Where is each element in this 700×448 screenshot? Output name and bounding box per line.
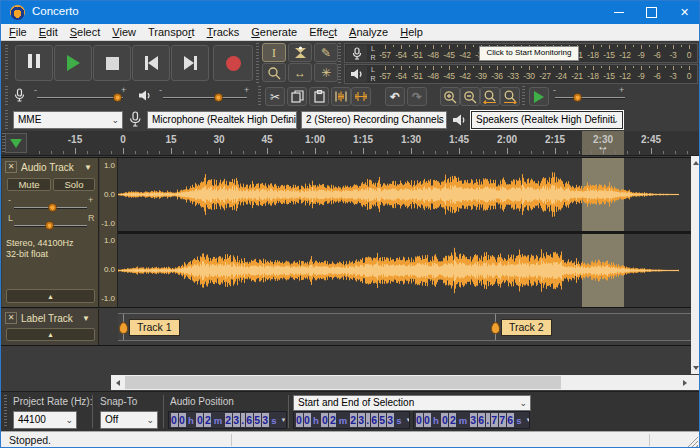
label-marker-icon[interactable] [119, 322, 128, 334]
time-digit[interactable]: 3 [470, 413, 477, 427]
selection-start-field[interactable]: 00h02m23.653s▼ [293, 411, 410, 429]
menu-transport[interactable]: Transport [142, 24, 201, 40]
transport-toolbar-grip[interactable] [5, 45, 8, 81]
gain-handle[interactable] [48, 203, 57, 212]
time-digit[interactable]: 0 [321, 413, 328, 427]
recording-volume-slider[interactable] [37, 97, 123, 98]
recording-device-select[interactable]: Microphone (Realtek High Defini⌄ [147, 111, 297, 129]
time-digit[interactable]: 2 [350, 413, 357, 427]
playback-volume-slider[interactable] [163, 97, 247, 98]
waveform-channel-left[interactable] [118, 158, 691, 231]
recording-channels-select[interactable]: 2 (Stereo) Recording Channels⌄ [301, 111, 447, 129]
stop-button[interactable] [93, 45, 131, 81]
time-digit[interactable]: . [241, 413, 245, 427]
audio-track-menu-caret-icon[interactable]: ▼ [84, 163, 92, 172]
playback-device-select[interactable]: Speakers (Realtek High Definiti⌄ [471, 111, 623, 129]
menu-generate[interactable]: Generate [245, 24, 303, 40]
redo-button[interactable]: ↷ [407, 87, 427, 106]
time-digit[interactable]: 3 [387, 413, 394, 427]
time-digit[interactable]: 0 [296, 413, 303, 427]
recording-volume-handle[interactable] [113, 93, 122, 102]
time-digit[interactable]: 2 [225, 413, 232, 427]
time-digit[interactable]: 5 [379, 413, 386, 427]
field-dropdown-icon[interactable]: ▼ [526, 417, 530, 423]
time-digit[interactable]: 2 [329, 413, 336, 427]
undo-button[interactable]: ↶ [385, 87, 405, 106]
skip-to-start-button[interactable] [132, 45, 170, 81]
pan-handle[interactable] [45, 221, 54, 230]
audio-track-title[interactable]: Audio Track [21, 162, 74, 173]
label-band[interactable]: Track 1Track 2 [118, 313, 691, 341]
pause-button[interactable] [15, 45, 53, 81]
time-digit[interactable]: 0 [171, 413, 178, 427]
play-button[interactable] [54, 45, 92, 81]
copy-button[interactable] [287, 87, 307, 106]
mute-button[interactable]: Mute [7, 178, 51, 191]
time-digit[interactable]: 7 [491, 413, 498, 427]
audio-position-field[interactable]: 00h02m23.653s▼ [168, 411, 287, 429]
play-at-speed-grip[interactable] [522, 86, 525, 106]
label-track-area[interactable]: Track 1Track 2 [118, 309, 691, 345]
resize-grip[interactable] [687, 436, 698, 447]
label-track-title[interactable]: Label Track [21, 313, 73, 324]
project-rate-select[interactable]: 44100⌄ [13, 411, 77, 429]
playback-meter[interactable]: LR -57-54-51-48-45-42-39-36-33-30-27-24-… [344, 64, 698, 84]
cut-button[interactable]: ✂ [265, 87, 285, 106]
multi-tool-button[interactable]: ✳ [314, 63, 338, 82]
time-digit[interactable]: 3 [358, 413, 365, 427]
time-digit[interactable]: 0 [196, 413, 203, 427]
time-digit[interactable]: 3 [233, 413, 240, 427]
trim-audio-button[interactable] [331, 87, 351, 106]
maximize-button[interactable] [635, 1, 668, 24]
scroll-left-button[interactable] [111, 375, 124, 390]
zoom-tool-button[interactable] [262, 63, 286, 82]
skip-to-end-button[interactable] [171, 45, 209, 81]
selection-toolbar-grip[interactable] [4, 395, 7, 428]
label-track-menu-caret-icon[interactable]: ▼ [82, 314, 90, 323]
solo-button[interactable]: Solo [53, 178, 95, 191]
time-digit[interactable]: 0 [304, 413, 311, 427]
time-digit[interactable]: 0 [416, 413, 423, 427]
playback-meter-speaker-button[interactable] [346, 66, 367, 82]
zoom-out-button[interactable] [460, 87, 480, 106]
menu-view[interactable]: View [106, 24, 142, 40]
time-shift-tool-button[interactable]: ↔ [288, 63, 312, 82]
scroll-right-button[interactable] [678, 375, 691, 390]
horizontal-scrollbar[interactable] [111, 375, 691, 390]
menu-file[interactable]: File [3, 24, 33, 40]
timeline-ruler[interactable]: ↔ -1501530451:001:151:301:452:002:152:30… [1, 131, 699, 156]
meter-toolbar-grip[interactable] [338, 43, 341, 83]
field-dropdown-icon[interactable]: ▼ [406, 417, 410, 423]
menu-edit[interactable]: Edit [33, 24, 64, 40]
selection-end-field[interactable]: 00h02m36.776s▼ [413, 411, 530, 429]
collapse-label-track-button[interactable]: ▲ [6, 328, 95, 341]
vertical-scrollbar[interactable] [691, 156, 700, 374]
field-dropdown-icon[interactable]: ▼ [281, 417, 287, 423]
device-toolbar-grip[interactable] [5, 110, 8, 129]
time-digit[interactable]: 6 [246, 413, 253, 427]
play-at-speed-button[interactable] [529, 87, 549, 106]
label-track-close-button[interactable]: ✕ [5, 312, 17, 324]
selection-tool-button[interactable]: I [262, 43, 286, 62]
time-digit[interactable]: 6 [478, 413, 485, 427]
draw-tool-button[interactable]: ✎ [314, 43, 338, 62]
time-digit[interactable]: . [366, 413, 370, 427]
label-marker-icon[interactable] [491, 322, 500, 334]
time-digit[interactable]: 2 [204, 413, 211, 427]
time-digit[interactable]: 3 [262, 413, 269, 427]
paste-button[interactable] [309, 87, 329, 106]
menu-analyze[interactable]: Analyze [343, 24, 394, 40]
close-button[interactable]: ✕ [668, 1, 700, 24]
time-digit[interactable]: 7 [499, 413, 506, 427]
time-digit[interactable]: 6 [371, 413, 378, 427]
time-digit[interactable]: 0 [179, 413, 186, 427]
time-digit[interactable]: 2 [449, 413, 456, 427]
time-digit[interactable]: . [486, 413, 490, 427]
audio-track-waveform-area[interactable] [118, 158, 691, 307]
track-label[interactable]: Track 1 [129, 319, 180, 336]
horizontal-scroll-thumb[interactable] [125, 376, 561, 389]
time-digit[interactable]: 0 [441, 413, 448, 427]
scroll-up-button[interactable] [691, 156, 700, 169]
audio-host-select[interactable]: MME⌄ [13, 111, 123, 129]
vertical-scale-ruler[interactable]: 1.00.0-1.01.00.0-1.0 [100, 158, 118, 307]
